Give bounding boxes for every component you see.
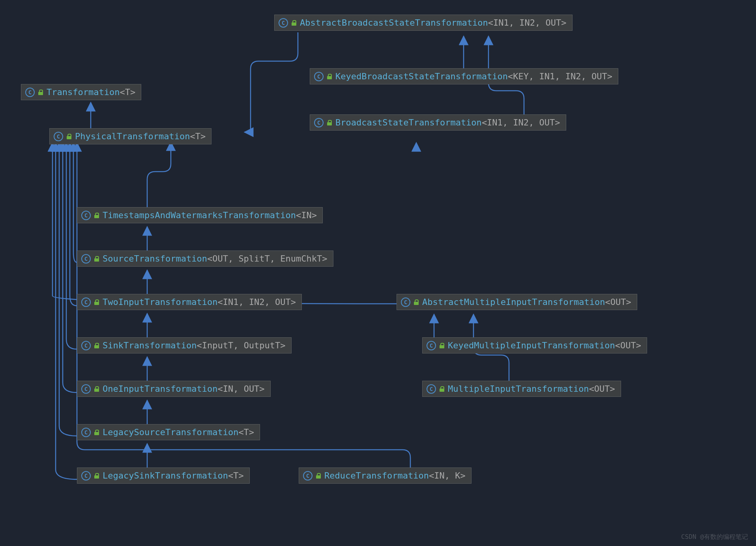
class-icon xyxy=(279,18,288,28)
generics: <OUT> xyxy=(605,297,631,307)
generics: <OUT> xyxy=(589,384,615,394)
lock-icon xyxy=(439,386,445,392)
node-physical-transformation[interactable]: PhysicalTransformation<T> xyxy=(49,128,211,144)
generics: <T> xyxy=(238,427,254,437)
class-name: PhysicalTransformation xyxy=(75,131,190,141)
class-icon xyxy=(81,341,91,350)
node-source[interactable]: SourceTransformation<OUT, SplitT, EnumCh… xyxy=(77,251,333,267)
class-name: OneInputTransformation xyxy=(103,384,217,394)
generics: <T> xyxy=(120,87,135,97)
node-legacy-sink[interactable]: LegacySinkTransformation<T> xyxy=(77,467,250,484)
node-sink[interactable]: SinkTransformation<InputT, OutputT> xyxy=(77,337,292,353)
lock-icon xyxy=(94,473,99,479)
generics: <IN, K> xyxy=(429,471,466,481)
generics: <KEY, IN1, IN2, OUT> xyxy=(508,71,612,81)
lock-icon xyxy=(327,74,332,79)
watermark: CSDN @有数的编程笔记 xyxy=(681,533,748,541)
generics: <IN1, IN2, OUT> xyxy=(217,297,296,307)
class-icon xyxy=(427,384,436,394)
class-icon xyxy=(81,384,91,394)
generics: <T> xyxy=(228,471,244,481)
node-keyed-multi[interactable]: KeyedMultipleInputTransformation<OUT> xyxy=(422,337,647,353)
node-legacy-source[interactable]: LegacySourceTransformation<T> xyxy=(77,424,260,440)
class-name: ReduceTransformation xyxy=(324,471,429,481)
generics: <IN> xyxy=(296,210,317,220)
lock-icon xyxy=(66,134,72,139)
class-icon xyxy=(81,254,91,264)
lock-icon xyxy=(94,299,99,305)
generics: <T> xyxy=(190,131,206,141)
class-icon xyxy=(54,132,63,141)
node-transformation[interactable]: Transformation<T> xyxy=(21,84,141,100)
node-abstract-broadcast[interactable]: AbstractBroadcastStateTransformation<IN1… xyxy=(274,15,573,31)
class-name: KeyedBroadcastStateTransformation xyxy=(335,71,508,81)
class-icon xyxy=(81,297,91,307)
lock-icon xyxy=(38,90,43,95)
node-reduce[interactable]: ReduceTransformation<IN, K> xyxy=(299,467,472,484)
lock-icon xyxy=(94,386,99,392)
class-icon xyxy=(401,297,410,307)
generics: <IN1, IN2, OUT> xyxy=(488,18,567,28)
node-one-input[interactable]: OneInputTransformation<IN, OUT> xyxy=(77,381,271,397)
class-name: TwoInputTransformation xyxy=(103,297,217,307)
class-icon xyxy=(314,118,324,127)
class-name: Transformation xyxy=(47,87,120,97)
class-name: AbstractBroadcastStateTransformation xyxy=(300,18,488,28)
node-abstract-multi[interactable]: AbstractMultipleInputTransformation<OUT> xyxy=(397,294,637,310)
class-name: MultipleInputTransformation xyxy=(448,384,589,394)
lock-icon xyxy=(414,299,419,305)
lock-icon xyxy=(291,20,297,26)
class-name: SourceTransformation xyxy=(103,254,207,264)
node-broadcast[interactable]: BroadcastStateTransformation<IN1, IN2, O… xyxy=(310,114,566,131)
generics: <IN, OUT> xyxy=(217,384,264,394)
node-multi[interactable]: MultipleInputTransformation<OUT> xyxy=(422,381,621,397)
generics: <OUT> xyxy=(615,340,641,350)
class-name: AbstractMultipleInputTransformation xyxy=(422,297,605,307)
class-name: LegacySourceTransformation xyxy=(103,427,238,437)
generics: <OUT, SplitT, EnumChkT> xyxy=(207,254,327,264)
node-two-input[interactable]: TwoInputTransformation<IN1, IN2, OUT> xyxy=(77,294,302,310)
lock-icon xyxy=(327,120,332,125)
class-icon xyxy=(427,341,436,350)
lock-icon xyxy=(94,256,99,262)
lock-icon xyxy=(94,213,99,218)
class-icon xyxy=(25,88,35,97)
class-name: SinkTransformation xyxy=(103,340,196,350)
generics: <IN1, IN2, OUT> xyxy=(482,118,560,127)
generics: <InputT, OutputT> xyxy=(196,340,285,350)
class-name: BroadcastStateTransformation xyxy=(335,118,482,127)
class-name: KeyedMultipleInputTransformation xyxy=(448,340,615,350)
class-icon xyxy=(81,471,91,481)
class-name: LegacySinkTransformation xyxy=(103,471,228,481)
class-icon xyxy=(81,428,91,437)
lock-icon xyxy=(316,473,321,479)
node-timestamps[interactable]: TimestampsAndWatermarksTransformation<IN… xyxy=(77,207,323,223)
class-icon xyxy=(81,211,91,220)
lock-icon xyxy=(439,343,445,348)
node-keyed-broadcast[interactable]: KeyedBroadcastStateTransformation<KEY, I… xyxy=(310,68,618,84)
lock-icon xyxy=(94,343,99,348)
class-icon xyxy=(303,471,313,481)
class-name: TimestampsAndWatermarksTransformation xyxy=(103,210,296,220)
lock-icon xyxy=(94,430,99,435)
class-icon xyxy=(314,72,324,81)
